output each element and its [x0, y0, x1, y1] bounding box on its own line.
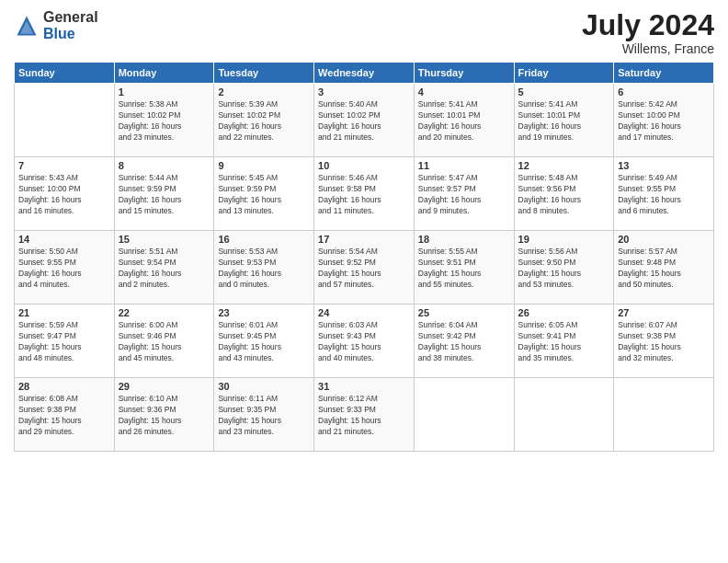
day-number: 7 [18, 160, 110, 171]
column-header-sunday: Sunday [15, 63, 115, 84]
day-info: Sunrise: 6:01 AM Sunset: 9:45 PM Dayligh… [218, 320, 310, 364]
day-info: Sunrise: 5:42 AM Sunset: 10:00 PM Daylig… [618, 99, 710, 144]
day-info: Sunrise: 5:45 AM Sunset: 9:59 PM Dayligh… [218, 173, 310, 217]
day-info: Sunrise: 5:59 AM Sunset: 9:47 PM Dayligh… [18, 320, 110, 364]
day-number: 13 [618, 160, 710, 171]
day-cell: 7Sunrise: 5:43 AM Sunset: 10:00 PM Dayli… [15, 157, 115, 231]
logo-general: General [43, 9, 98, 26]
header: General Blue July 2024 Willems, France [14, 9, 714, 56]
logo-text: General Blue [43, 9, 98, 41]
column-header-thursday: Thursday [414, 63, 514, 84]
day-cell: 29Sunrise: 6:10 AM Sunset: 9:36 PM Dayli… [114, 378, 214, 452]
day-info: Sunrise: 5:50 AM Sunset: 9:55 PM Dayligh… [18, 247, 110, 291]
day-cell: 16Sunrise: 5:53 AM Sunset: 9:53 PM Dayli… [214, 231, 314, 304]
week-row-3: 14Sunrise: 5:50 AM Sunset: 9:55 PM Dayli… [15, 231, 714, 304]
day-number: 20 [618, 234, 710, 245]
day-cell: 4Sunrise: 5:41 AM Sunset: 10:01 PM Dayli… [414, 84, 514, 157]
day-number: 24 [318, 307, 410, 318]
header-row: SundayMondayTuesdayWednesdayThursdayFrid… [15, 63, 714, 84]
day-info: Sunrise: 5:41 AM Sunset: 10:01 PM Daylig… [418, 99, 510, 144]
day-number: 31 [318, 381, 410, 392]
day-info: Sunrise: 5:46 AM Sunset: 9:58 PM Dayligh… [318, 173, 410, 217]
day-cell: 18Sunrise: 5:55 AM Sunset: 9:51 PM Dayli… [414, 231, 514, 304]
day-number: 12 [518, 160, 610, 171]
day-cell: 26Sunrise: 6:05 AM Sunset: 9:41 PM Dayli… [514, 304, 614, 378]
day-info: Sunrise: 6:05 AM Sunset: 9:41 PM Dayligh… [518, 320, 610, 364]
day-number: 27 [618, 307, 710, 318]
day-number: 22 [119, 307, 210, 318]
day-number: 18 [418, 234, 510, 245]
week-row-2: 7Sunrise: 5:43 AM Sunset: 10:00 PM Dayli… [15, 157, 714, 231]
day-number: 19 [518, 234, 610, 245]
day-number: 28 [18, 381, 110, 392]
day-cell: 2Sunrise: 5:39 AM Sunset: 10:02 PM Dayli… [214, 84, 314, 157]
column-header-friday: Friday [514, 63, 614, 84]
day-number: 14 [18, 234, 110, 245]
day-number: 30 [218, 381, 310, 392]
day-info: Sunrise: 5:57 AM Sunset: 9:48 PM Dayligh… [618, 247, 710, 291]
day-number: 9 [218, 160, 310, 171]
day-number: 16 [218, 234, 310, 245]
day-cell: 30Sunrise: 6:11 AM Sunset: 9:35 PM Dayli… [214, 378, 314, 452]
day-cell: 23Sunrise: 6:01 AM Sunset: 9:45 PM Dayli… [214, 304, 314, 378]
calendar-table: SundayMondayTuesdayWednesdayThursdayFrid… [14, 62, 714, 452]
day-info: Sunrise: 5:53 AM Sunset: 9:53 PM Dayligh… [218, 247, 310, 291]
day-cell: 15Sunrise: 5:51 AM Sunset: 9:54 PM Dayli… [114, 231, 214, 304]
day-number: 3 [318, 86, 410, 98]
day-number: 25 [418, 307, 510, 318]
day-cell: 8Sunrise: 5:44 AM Sunset: 9:59 PM Daylig… [114, 157, 214, 231]
day-cell: 28Sunrise: 6:08 AM Sunset: 9:38 PM Dayli… [15, 378, 115, 452]
day-cell [514, 378, 614, 452]
day-cell: 6Sunrise: 5:42 AM Sunset: 10:00 PM Dayli… [614, 84, 714, 157]
day-cell: 31Sunrise: 6:12 AM Sunset: 9:33 PM Dayli… [314, 378, 415, 452]
day-number: 1 [119, 86, 210, 98]
day-cell [414, 378, 514, 452]
day-cell: 3Sunrise: 5:40 AM Sunset: 10:02 PM Dayli… [314, 84, 415, 157]
day-info: Sunrise: 5:56 AM Sunset: 9:50 PM Dayligh… [518, 247, 610, 291]
day-info: Sunrise: 5:55 AM Sunset: 9:51 PM Dayligh… [418, 247, 510, 291]
week-row-5: 28Sunrise: 6:08 AM Sunset: 9:38 PM Dayli… [15, 378, 714, 452]
day-number: 5 [518, 86, 610, 98]
month-year: July 2024 [582, 9, 714, 41]
page-container: General Blue July 2024 Willems, France S… [0, 0, 728, 461]
day-number: 10 [318, 160, 410, 171]
title-block: July 2024 Willems, France [582, 9, 714, 56]
day-cell: 14Sunrise: 5:50 AM Sunset: 9:55 PM Dayli… [15, 231, 115, 304]
day-info: Sunrise: 5:40 AM Sunset: 10:02 PM Daylig… [318, 99, 410, 144]
day-cell: 27Sunrise: 6:07 AM Sunset: 9:38 PM Dayli… [614, 304, 714, 378]
day-info: Sunrise: 5:48 AM Sunset: 9:56 PM Dayligh… [518, 173, 610, 217]
logo-icon [14, 13, 40, 39]
day-number: 17 [318, 234, 410, 245]
location: Willems, France [582, 41, 714, 56]
day-info: Sunrise: 6:00 AM Sunset: 9:46 PM Dayligh… [119, 320, 210, 364]
day-cell: 5Sunrise: 5:41 AM Sunset: 10:01 PM Dayli… [514, 84, 614, 157]
day-cell [15, 84, 115, 157]
day-cell [614, 378, 714, 452]
day-number: 11 [418, 160, 510, 171]
day-info: Sunrise: 5:44 AM Sunset: 9:59 PM Dayligh… [119, 173, 210, 217]
column-header-wednesday: Wednesday [314, 63, 415, 84]
day-cell: 17Sunrise: 5:54 AM Sunset: 9:52 PM Dayli… [314, 231, 415, 304]
day-info: Sunrise: 5:38 AM Sunset: 10:02 PM Daylig… [119, 99, 210, 144]
day-info: Sunrise: 6:03 AM Sunset: 9:43 PM Dayligh… [318, 320, 410, 364]
day-cell: 10Sunrise: 5:46 AM Sunset: 9:58 PM Dayli… [314, 157, 415, 231]
day-cell: 20Sunrise: 5:57 AM Sunset: 9:48 PM Dayli… [614, 231, 714, 304]
day-info: Sunrise: 5:47 AM Sunset: 9:57 PM Dayligh… [418, 173, 510, 217]
column-header-tuesday: Tuesday [214, 63, 314, 84]
day-number: 2 [218, 86, 310, 98]
day-info: Sunrise: 5:43 AM Sunset: 10:00 PM Daylig… [18, 173, 110, 217]
day-number: 29 [119, 381, 210, 392]
day-cell: 19Sunrise: 5:56 AM Sunset: 9:50 PM Dayli… [514, 231, 614, 304]
day-cell: 12Sunrise: 5:48 AM Sunset: 9:56 PM Dayli… [514, 157, 614, 231]
day-number: 21 [18, 307, 110, 318]
day-info: Sunrise: 5:51 AM Sunset: 9:54 PM Dayligh… [119, 247, 210, 291]
day-number: 4 [418, 86, 510, 98]
day-info: Sunrise: 5:41 AM Sunset: 10:01 PM Daylig… [518, 99, 610, 144]
day-cell: 13Sunrise: 5:49 AM Sunset: 9:55 PM Dayli… [614, 157, 714, 231]
day-info: Sunrise: 6:04 AM Sunset: 9:42 PM Dayligh… [418, 320, 510, 364]
day-number: 23 [218, 307, 310, 318]
week-row-4: 21Sunrise: 5:59 AM Sunset: 9:47 PM Dayli… [15, 304, 714, 378]
day-number: 15 [119, 234, 210, 245]
day-cell: 9Sunrise: 5:45 AM Sunset: 9:59 PM Daylig… [214, 157, 314, 231]
day-info: Sunrise: 5:39 AM Sunset: 10:02 PM Daylig… [218, 99, 310, 144]
